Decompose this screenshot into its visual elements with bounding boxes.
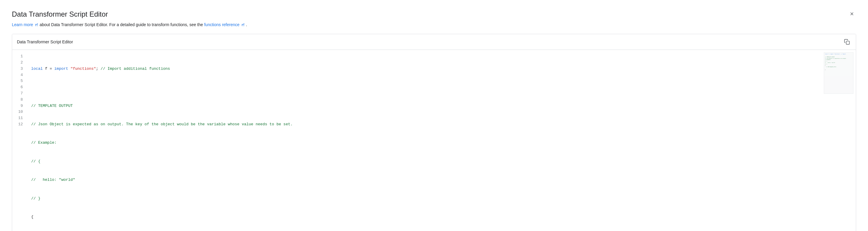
code-line-1: local f = import "functions"; // Import … [31, 66, 851, 72]
svg-rect-0 [846, 41, 849, 45]
copy-button[interactable] [843, 38, 851, 46]
modal-header: Data Transformer Script Editor × [12, 9, 856, 19]
code-line-9: { [31, 214, 851, 220]
modal-container: Data Transformer Script Editor × Learn m… [0, 0, 868, 231]
close-button[interactable]: × [847, 9, 856, 19]
code-area[interactable]: 1 2 3 4 5 6 7 8 9 10 11 12 local f = imp… [12, 50, 856, 231]
code-line-6: // { [31, 158, 851, 165]
code-content[interactable]: local f = import "functions"; // Import … [26, 53, 856, 231]
code-line-8: // } [31, 196, 851, 202]
code-line-5: // Example: [31, 140, 851, 146]
editor-panel-title: Data Transformer Script Editor [17, 39, 73, 44]
copy-icon [844, 39, 850, 45]
external-link-icon [35, 23, 38, 27]
code-line-2 [31, 84, 851, 91]
functions-reference-link[interactable]: functions reference [204, 22, 246, 27]
learn-more-link[interactable]: Learn more [12, 22, 39, 27]
minimap: local f = import "functions"; // Import … [824, 52, 854, 94]
line-numbers: 1 2 3 4 5 6 7 8 9 10 11 12 [12, 53, 26, 231]
modal-title: Data Transformer Script Editor [12, 9, 108, 19]
code-line-7: // hello: "world" [31, 177, 851, 183]
editor-panel: Data Transformer Script Editor 1 2 3 4 5… [12, 34, 856, 231]
external-link-icon-2 [241, 23, 245, 27]
code-line-3: // TEMPLATE OUTPUT [31, 103, 851, 109]
editor-panel-header: Data Transformer Script Editor [12, 34, 856, 50]
code-line-4: // Json Object is expected as on output.… [31, 121, 851, 128]
modal-subtitle: Learn more about Data Transformer Script… [12, 22, 856, 28]
